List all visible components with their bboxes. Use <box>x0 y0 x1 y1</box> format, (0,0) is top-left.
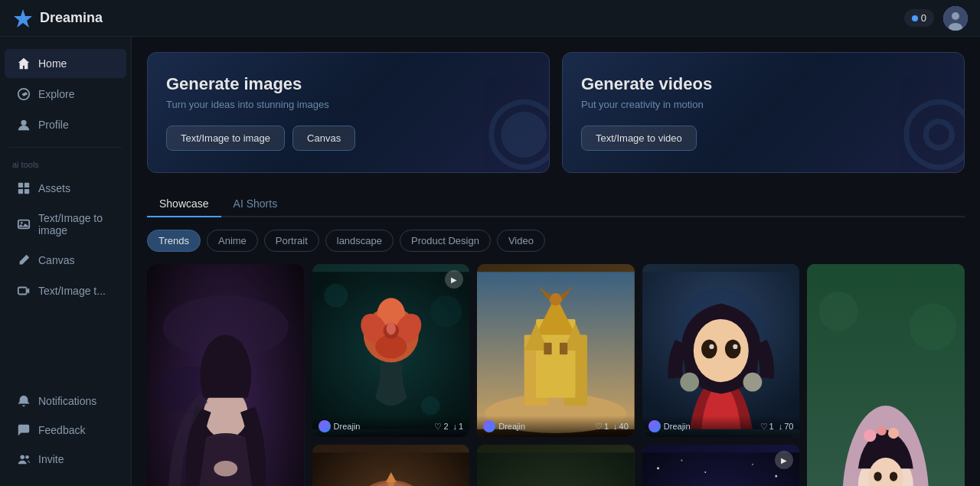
gallery-item-astronaut[interactable]: ▶ <box>642 445 800 486</box>
sidebar-label-text-image: Text/Image to image <box>38 212 114 236</box>
gallery-item-rose[interactable]: ▶ Dreajin ♡ 2 ↓ 1 <box>312 264 470 437</box>
svg-point-106 <box>704 471 706 473</box>
sidebar-bottom: Notifications Feedback Invite <box>0 387 131 474</box>
filter-trends[interactable]: Trends <box>147 230 201 252</box>
svg-rect-92 <box>477 452 635 486</box>
svg-point-21 <box>214 461 237 477</box>
ai-tools-label: AI tools <box>0 155 131 172</box>
stat-downloads: ↓ 40 <box>613 422 629 431</box>
sidebar-item-text-image[interactable]: Text/Image to image <box>5 204 126 244</box>
svg-point-41 <box>550 293 562 305</box>
svg-point-64 <box>890 471 897 481</box>
text-image-to-video-button[interactable]: Text/Image to video <box>581 126 697 151</box>
sidebar-item-profile[interactable]: Profile <box>5 110 126 139</box>
sidebar: Home Explore Profile AI tools <box>0 37 132 486</box>
tab-ai-shorts[interactable]: AI Shorts <box>221 191 290 217</box>
card-user-anime: Dreajin <box>648 420 691 432</box>
avatar-image <box>943 6 968 31</box>
gallery-item-anime-girl[interactable]: Dreajin ♡ 1 ↓ 70 <box>642 264 800 437</box>
svg-point-103 <box>681 460 682 462</box>
header: Dreamina 0 <box>0 0 980 37</box>
like-count: 1 <box>769 422 774 431</box>
sidebar-item-invite[interactable]: Invite <box>5 445 126 474</box>
banner-video-decoration: ◎ <box>899 73 965 173</box>
user-avatar <box>483 420 495 432</box>
filter-video[interactable]: Video <box>497 230 545 252</box>
text-image-to-image-button[interactable]: Text/Image to image <box>166 126 285 151</box>
download-count: 70 <box>784 422 793 431</box>
avatar[interactable] <box>943 6 968 31</box>
svg-point-60 <box>877 426 887 435</box>
filter-product-design[interactable]: Product Design <box>400 230 491 252</box>
gallery-item-goth-girl[interactable]: Dreajin ♡ 3 ↓ 63 <box>147 264 305 486</box>
svg-marker-0 <box>14 9 32 28</box>
video-icon <box>17 284 31 298</box>
user-avatar <box>648 420 661 432</box>
castle-image <box>477 264 635 437</box>
svg-point-52 <box>743 373 762 392</box>
notification-counter[interactable]: 0 <box>904 9 934 27</box>
banner-bg-decoration: ◉ <box>484 73 550 173</box>
gallery-item-tulips[interactable]: Dreajin ♡ 6 ↓ 110 <box>807 264 965 486</box>
notification-dot <box>912 15 918 21</box>
download-count: 40 <box>619 422 629 431</box>
gallery-item-eye[interactable] <box>477 445 635 486</box>
image-grid: Dreajin ♡ 3 ↓ 63 <box>147 264 965 486</box>
sidebar-item-assets[interactable]: Assets <box>5 174 126 203</box>
users-icon <box>17 452 31 466</box>
svg-point-2 <box>952 12 959 20</box>
card-footer-rose: Dreajin ♡ 2 ↓ 1 <box>312 416 470 437</box>
main-content: ◉ Generate images Turn your ideas into s… <box>132 37 980 486</box>
play-button-rose[interactable]: ▶ <box>445 270 463 289</box>
gallery-item-mosque[interactable]: Duane ♡ 1 ↓ 5 <box>312 445 470 486</box>
sidebar-item-canvas[interactable]: Canvas <box>5 246 126 275</box>
tab-showcase[interactable]: Showcase <box>147 191 221 217</box>
main-layout: Home Explore Profile AI tools <box>0 37 980 486</box>
svg-point-55 <box>910 303 957 351</box>
sidebar-item-notifications[interactable]: Notifications <box>5 387 126 416</box>
filter-landscape[interactable]: landscape <box>325 230 394 252</box>
sidebar-item-home[interactable]: Home <box>5 49 126 78</box>
app-name: Dreamina <box>40 10 103 26</box>
svg-point-63 <box>874 471 882 481</box>
gallery-item-sand-castle[interactable]: Dreajin ♡ 1 ↓ 40 <box>477 264 635 437</box>
sidebar-label-notifications: Notifications <box>38 395 96 407</box>
filter-anime[interactable]: Anime <box>207 230 258 252</box>
filter-portrait[interactable]: Portrait <box>264 230 319 252</box>
image-icon <box>17 217 31 231</box>
bell-icon <box>17 394 31 408</box>
hero-banner-videos: ◎ Generate videos Put your creativity in… <box>562 52 965 173</box>
svg-rect-11 <box>18 220 29 229</box>
rose-image <box>312 264 470 437</box>
svg-point-49 <box>709 344 714 349</box>
filter-chips: Trends Anime Portrait landscape Product … <box>147 230 965 252</box>
svg-point-105 <box>752 464 753 465</box>
svg-point-24 <box>430 295 462 327</box>
stat-downloads: ↓ 70 <box>779 422 794 431</box>
sidebar-label-assets: Assets <box>38 182 70 194</box>
sidebar-item-text-video[interactable]: Text/Image t... <box>5 276 126 305</box>
logo[interactable]: Dreamina <box>12 8 103 29</box>
svg-rect-8 <box>24 183 29 188</box>
svg-point-12 <box>21 222 23 224</box>
card-stats-rose: ♡ 2 ↓ 1 <box>434 422 463 432</box>
sidebar-divider <box>9 147 122 148</box>
stat-likes: ♡ 1 <box>595 422 609 432</box>
svg-point-14 <box>21 455 24 459</box>
svg-rect-9 <box>18 189 23 194</box>
download-count: 1 <box>459 422 463 431</box>
card-footer-anime: Dreajin ♡ 1 ↓ 70 <box>642 416 800 437</box>
svg-point-47 <box>701 340 717 359</box>
svg-point-15 <box>25 455 29 459</box>
svg-point-104 <box>775 475 777 478</box>
sidebar-label-explore: Explore <box>38 88 74 100</box>
svg-point-6 <box>21 120 26 126</box>
svg-point-23 <box>324 284 348 308</box>
canvas-button[interactable]: Canvas <box>292 126 355 151</box>
svg-rect-13 <box>18 288 27 295</box>
sidebar-label-home: Home <box>38 57 67 70</box>
sidebar-item-explore[interactable]: Explore <box>5 80 126 109</box>
like-count: 2 <box>443 422 448 431</box>
sidebar-item-feedback[interactable]: Feedback <box>5 416 126 445</box>
stat-likes: ♡ 2 <box>434 422 448 432</box>
